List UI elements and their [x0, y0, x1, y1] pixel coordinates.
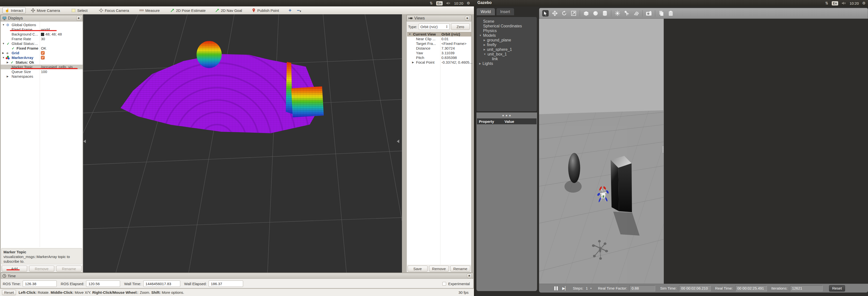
pose-estimate-tool-button[interactable]: 2D Pose Estimate: [168, 7, 208, 13]
tree-row-pitch[interactable]: Pitch 0.835398: [407, 55, 471, 60]
ros-time-input[interactable]: 126.38: [23, 280, 57, 287]
network-updown-icon[interactable]: ⇅: [430, 1, 433, 5]
wall-elapsed-input[interactable]: 186.37: [209, 280, 243, 287]
rviz-3d-viewport[interactable]: [83, 14, 402, 272]
tree-item-unit-box[interactable]: ▼unit_box_1: [484, 52, 507, 57]
keyboard-layout-indicator[interactable]: En: [832, 1, 838, 5]
background-color-value[interactable]: 48; 48; 48: [41, 32, 62, 36]
tree-row-frame-rate[interactable]: Frame Rate 30: [1, 36, 83, 41]
expander-closed-icon[interactable]: ▶: [484, 43, 486, 46]
expander-closed-icon[interactable]: ▶: [484, 39, 486, 41]
screenshot-button[interactable]: [646, 10, 652, 17]
move-camera-tool-button[interactable]: Move Camera: [29, 7, 62, 13]
tree-item-lights[interactable]: ▶Lights: [479, 61, 493, 66]
tree-item-ground-plane[interactable]: ▶ground_plane: [484, 38, 511, 42]
expander-closed-icon[interactable]: ▶: [479, 62, 481, 65]
wall-time-input[interactable]: 1446456017.83: [143, 280, 180, 287]
experimental-checkbox[interactable]: [442, 282, 446, 286]
translate-mode-button[interactable]: [552, 10, 558, 17]
rotate-mode-button[interactable]: [561, 10, 567, 17]
close-icon[interactable]: ✖: [465, 16, 469, 21]
remove-tool-button[interactable]: −▾: [297, 8, 301, 13]
insert-cylinder-button[interactable]: [602, 10, 608, 17]
keyboard-layout-indicator[interactable]: En: [436, 1, 443, 5]
session-gear-icon[interactable]: ⚙: [467, 1, 470, 5]
volume-muted-icon[interactable]: [842, 1, 846, 5]
tree-row-global-status[interactable]: ▼ ✓ Global Status:...: [1, 41, 83, 46]
tree-row-background-color[interactable]: Background C... 48; 48; 48: [1, 32, 83, 36]
tab-world[interactable]: World: [476, 8, 495, 15]
tree-row-focal-point[interactable]: ▶ Focal Point -0.33742; 0.4605...: [407, 60, 471, 65]
time-panel-header[interactable]: Time ✖: [1, 273, 473, 279]
add-display-button[interactable]: Add: [2, 266, 27, 272]
insert-directional-light-button[interactable]: [633, 10, 640, 17]
spinner-arrows-icon[interactable]: ▲▼: [446, 25, 448, 28]
nav-goal-tool-button[interactable]: 2D Nav Goal: [213, 7, 244, 13]
insert-spot-light-button[interactable]: [624, 10, 630, 17]
paste-button[interactable]: [668, 10, 674, 17]
expander-open-icon[interactable]: ▼: [409, 33, 411, 35]
expander-open-icon[interactable]: ▼: [2, 42, 5, 45]
step-button[interactable]: ▶▏: [562, 286, 568, 291]
rename-view-button[interactable]: Rename: [450, 266, 470, 272]
add-tool-button[interactable]: +: [288, 8, 291, 13]
tree-row-fixed-frame-status[interactable]: ✓ Fixed Frame OK: [1, 46, 83, 51]
expander-closed-icon[interactable]: ▶: [7, 61, 9, 64]
remove-view-button[interactable]: Remove: [429, 266, 449, 272]
steps-dropdown-icon[interactable]: ▾: [590, 287, 592, 290]
property-column-header[interactable]: Property: [477, 119, 504, 124]
publish-point-tool-button[interactable]: Publish Point: [249, 7, 281, 13]
splitter-handle[interactable]: ■ ■ ■: [502, 114, 511, 117]
network-updown-icon[interactable]: ⇅: [825, 1, 828, 5]
rename-display-button[interactable]: Rename: [56, 266, 82, 272]
session-gear-icon[interactable]: ⚙: [862, 1, 866, 5]
expander-open-icon[interactable]: ▼: [2, 56, 5, 59]
tree-row-distance[interactable]: Distance 7.30724: [407, 46, 471, 51]
viewport-right-splitter-handle[interactable]: [662, 146, 663, 153]
tree-row-namespaces[interactable]: ▶ Namespaces: [1, 74, 83, 79]
expander-closed-icon[interactable]: ▶: [484, 48, 486, 51]
tree-row-current-view[interactable]: ▼ Current View Orbit (rviz): [407, 32, 471, 36]
tree-item-physics[interactable]: Physics: [483, 28, 497, 33]
tree-item-scene[interactable]: Scene: [483, 19, 494, 24]
tree-row-yaw[interactable]: Yaw 3.11039: [407, 51, 471, 55]
tree-row-fixed-frame[interactable]: Fixed Frame world: [1, 27, 83, 32]
tab-insert[interactable]: Insert: [496, 8, 515, 15]
value-column-header[interactable]: Value: [504, 119, 514, 124]
ros-elapsed-input[interactable]: 120.56: [86, 280, 120, 287]
expander-closed-icon[interactable]: ▶: [7, 75, 9, 78]
tree-item-spherical-coordinates[interactable]: Spherical Coordinates: [483, 24, 522, 28]
focus-camera-tool-button[interactable]: Focus Camera: [97, 7, 131, 13]
insert-point-light-button[interactable]: [614, 10, 621, 17]
gazebo-reset-button[interactable]: Reset: [829, 285, 845, 292]
displays-panel-header[interactable]: Displays ✖: [1, 15, 83, 22]
steps-value[interactable]: 1: [586, 286, 588, 290]
volume-muted-icon[interactable]: [446, 1, 451, 5]
expander-open-icon[interactable]: ▼: [2, 24, 5, 26]
view-type-combobox[interactable]: Orbit (rviz) ▲▼: [419, 24, 450, 30]
expander-open-icon[interactable]: ▼: [479, 34, 482, 37]
tree-item-models[interactable]: ▼Models: [479, 33, 496, 38]
tree-row-queue-size[interactable]: Queue Size 100: [1, 69, 83, 74]
tree-row-marker-status[interactable]: ▶ ✓ Status: Ok: [1, 60, 83, 65]
remove-display-button[interactable]: Remove: [29, 266, 55, 272]
select-mode-button[interactable]: [542, 10, 549, 17]
tree-item-firefly[interactable]: ▶firefly: [484, 42, 496, 47]
tree-row-global-options[interactable]: ▼ ⚙ Global Options: [1, 23, 83, 27]
insert-sphere-button[interactable]: [592, 10, 599, 17]
views-panel-header[interactable]: Views ✖: [407, 15, 471, 22]
tree-row-near-clip[interactable]: Near Clip ... 0.01: [407, 36, 471, 41]
markerarray-enabled-checkbox[interactable]: ✓: [41, 56, 44, 59]
measure-tool-button[interactable]: Measure: [137, 7, 162, 13]
reset-time-button[interactable]: Reset: [2, 290, 16, 295]
tree-row-markerarray-display[interactable]: ▼ MarkerArray ✓: [1, 55, 83, 60]
save-view-button[interactable]: Save: [408, 266, 428, 272]
clock[interactable]: 10:20: [454, 1, 463, 5]
close-icon[interactable]: ✖: [76, 16, 81, 21]
clock[interactable]: 10:20: [849, 1, 859, 5]
expander-closed-icon[interactable]: ▶: [412, 61, 414, 64]
tree-item-link[interactable]: link: [492, 57, 498, 61]
gazebo-3d-viewport[interactable]: [539, 19, 868, 284]
zero-view-button[interactable]: Zero: [451, 24, 470, 30]
tree-row-target-frame[interactable]: Target Fra... <Fixed Frame>: [407, 41, 471, 46]
